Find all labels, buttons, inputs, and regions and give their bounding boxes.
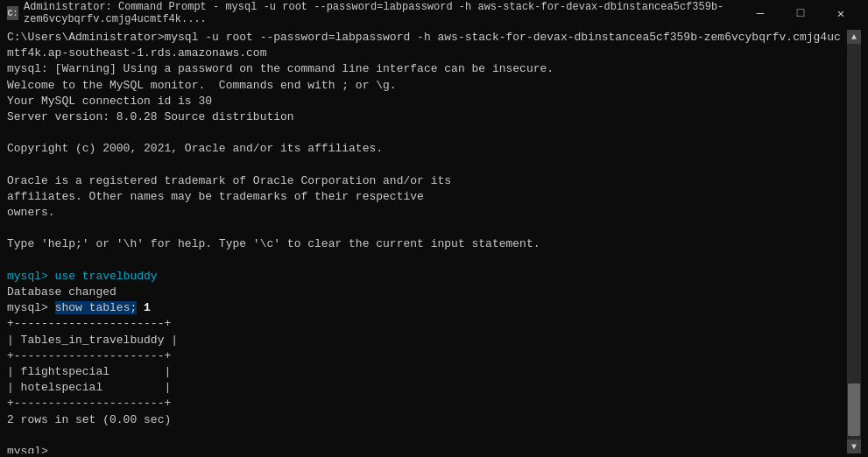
title-bar-left: C: Administrator: Command Prompt - mysql… <box>7 1 740 25</box>
title-bar: C: Administrator: Command Prompt - mysql… <box>0 0 868 26</box>
terminal-content[interactable]: C:\Users\Administrator>mysql -u root --p… <box>7 30 847 453</box>
title-text: Administrator: Command Prompt - mysql -u… <box>24 1 740 25</box>
mysql-prompt-input-line: mysql> show tables; 1 <box>7 301 151 314</box>
cmd-prompt-line: C:\Users\Administrator>mysql -u root --p… <box>7 31 827 44</box>
window-controls: — □ ✕ <box>740 0 861 26</box>
current-input: show tables; <box>55 301 138 314</box>
terminal-output: C:\Users\Administrator>mysql -u root --p… <box>7 30 847 453</box>
final-prompt: mysql> <box>7 445 55 453</box>
close-button[interactable]: ✕ <box>821 0 861 26</box>
use-command-line: mysql> use travelbuddy <box>7 270 158 283</box>
maximize-button[interactable]: □ <box>780 0 821 26</box>
scrollbar[interactable]: ▲ ▼ <box>847 30 861 453</box>
cmd-icon: C: <box>7 6 18 20</box>
terminal-body: C:\Users\Administrator>mysql -u root --p… <box>0 26 868 457</box>
minimize-button[interactable]: — <box>740 0 780 26</box>
scroll-down-arrow[interactable]: ▼ <box>847 439 861 453</box>
scroll-up-arrow[interactable]: ▲ <box>847 30 861 44</box>
cursor-number: 1 <box>144 300 151 316</box>
scrollbar-thumb[interactable] <box>848 383 860 436</box>
